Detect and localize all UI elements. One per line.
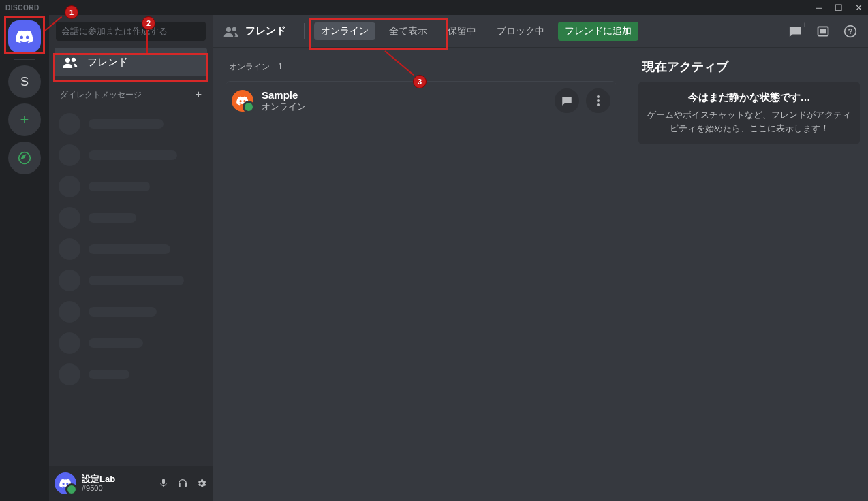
friend-avatar xyxy=(232,90,253,112)
maximize-button[interactable]: ☐ xyxy=(835,3,843,13)
activity-title: 現在アクティブ xyxy=(638,59,860,75)
deafen-button[interactable] xyxy=(177,478,188,489)
svg-text:?: ? xyxy=(848,27,852,35)
divider xyxy=(304,23,305,39)
help-button[interactable]: ? xyxy=(843,25,857,38)
dm-header-label: ダイレクトメッセージ xyxy=(60,89,142,101)
friends-nav-item[interactable]: フレンド xyxy=(55,48,207,76)
user-info: 設定Lab #9500 xyxy=(82,474,153,494)
gear-icon xyxy=(196,478,207,489)
channel-sidebar: 会話に参加または作成する フレンド ダイレクトメッセージ + 設定L xyxy=(49,15,213,501)
inbox-icon xyxy=(816,25,830,38)
help-icon: ? xyxy=(843,25,857,38)
home-button[interactable] xyxy=(8,20,41,53)
chat-bubble-icon xyxy=(788,25,803,37)
friend-status: オンライン xyxy=(262,101,306,113)
app-logo-text: DISCORD xyxy=(5,4,40,12)
tab-blocked[interactable]: ブロック中 xyxy=(490,22,551,40)
dm-placeholder xyxy=(55,204,207,231)
friends-nav-label: フレンド xyxy=(87,56,128,69)
annotation-marker-1: 1 xyxy=(65,5,78,19)
titlebar: DISCORD ─ ☐ ✕ xyxy=(0,0,868,15)
explore-servers-button[interactable] xyxy=(8,142,41,174)
settings-button[interactable] xyxy=(196,478,207,489)
friends-list: オンライン－1 Sample オンライン xyxy=(213,48,630,501)
discord-logo-icon xyxy=(59,479,72,488)
headphones-icon xyxy=(177,478,188,489)
dm-placeholder xyxy=(55,110,207,138)
message-friend-button[interactable] xyxy=(555,88,579,113)
tab-add-friend[interactable]: フレンドに追加 xyxy=(558,22,638,41)
topbar: フレンド オンライン 全て表示 保留中 ブロック中 フレンドに追加 ? xyxy=(213,15,868,48)
dm-placeholder xyxy=(55,329,207,357)
create-dm-button[interactable]: + xyxy=(196,88,202,101)
chat-icon xyxy=(561,95,573,106)
activity-empty-body: ゲームやボイスチャットなど、フレンドがアクティビティを始めたら、ここに表示します… xyxy=(647,108,852,135)
close-button[interactable]: ✕ xyxy=(855,3,863,13)
server-item-s[interactable]: S xyxy=(8,65,41,98)
activity-panel: 現在アクティブ 今はまだ静かな状態です… ゲームやボイスチャットなど、フレンドが… xyxy=(630,48,868,501)
dm-search-input[interactable]: 会話に参加または作成する xyxy=(56,22,206,41)
more-vertical-icon xyxy=(597,95,600,106)
dm-placeholder xyxy=(55,298,207,325)
friend-more-button[interactable] xyxy=(586,88,610,113)
friend-info: Sample オンライン xyxy=(262,89,306,113)
server-rail: S + xyxy=(0,15,49,501)
plus-icon: + xyxy=(20,111,29,129)
minimize-button[interactable]: ─ xyxy=(816,3,822,13)
topbar-title-text: フレンド xyxy=(245,25,286,37)
user-panel: 設定Lab #9500 xyxy=(49,466,213,501)
online-count-label: オンライン－1 xyxy=(229,61,616,73)
friends-icon xyxy=(63,56,78,68)
user-tag: #9500 xyxy=(82,484,153,493)
dm-list xyxy=(49,110,213,388)
tab-pending[interactable]: 保留中 xyxy=(441,22,483,40)
discord-logo-icon xyxy=(16,30,33,44)
dm-placeholder xyxy=(55,236,207,263)
user-avatar[interactable] xyxy=(55,472,76,494)
inbox-button[interactable] xyxy=(816,25,830,38)
dm-placeholder xyxy=(55,142,207,169)
annotation-line-2 xyxy=(146,30,148,53)
dm-placeholder xyxy=(55,361,207,388)
discord-logo-icon xyxy=(236,96,249,106)
friend-name: Sample xyxy=(262,89,306,101)
activity-empty-card: 今はまだ静かな状態です… ゲームやボイスチャットなど、フレンドがアクティビティを… xyxy=(638,82,860,144)
topbar-title: フレンド xyxy=(223,25,286,37)
svg-rect-2 xyxy=(820,29,826,33)
mic-icon xyxy=(158,478,169,489)
add-server-button[interactable]: + xyxy=(8,103,41,136)
dm-header: ダイレクトメッセージ + xyxy=(49,79,213,105)
window-controls: ─ ☐ ✕ xyxy=(816,3,863,13)
dm-placeholder xyxy=(55,267,207,294)
svg-point-7 xyxy=(597,103,600,106)
server-initial: S xyxy=(20,75,29,89)
svg-point-6 xyxy=(597,99,600,102)
compass-icon xyxy=(18,151,31,165)
tab-all[interactable]: 全て表示 xyxy=(382,22,434,40)
annotation-marker-3: 3 xyxy=(413,75,427,88)
main-content: フレンド オンライン 全て表示 保留中 ブロック中 フレンドに追加 ? オンライ… xyxy=(213,15,868,501)
friends-icon xyxy=(223,25,238,37)
tab-online[interactable]: オンライン xyxy=(314,22,375,40)
user-name: 設定Lab xyxy=(82,474,153,485)
dm-placeholder xyxy=(55,173,207,200)
activity-empty-title: 今はまだ静かな状態です… xyxy=(647,91,852,104)
annotation-marker-2: 2 xyxy=(142,16,155,30)
new-group-dm-button[interactable] xyxy=(788,25,803,37)
svg-point-5 xyxy=(597,95,600,98)
rail-separator xyxy=(14,59,35,60)
mute-mic-button[interactable] xyxy=(158,478,169,489)
